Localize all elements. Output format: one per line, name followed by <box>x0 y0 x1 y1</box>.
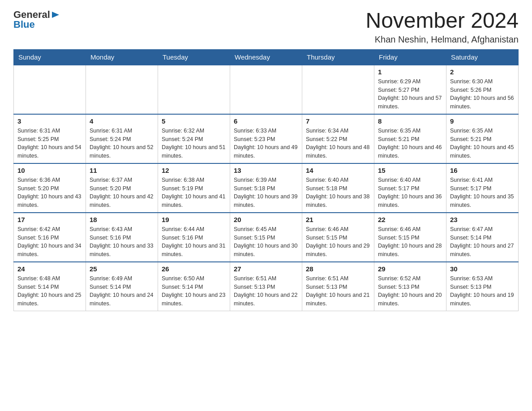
page-header: General Blue November 2024 Khan Neshin, … <box>13 9 519 45</box>
calendar-cell: 2Sunrise: 6:30 AMSunset: 5:26 PMDaylight… <box>446 65 519 114</box>
calendar-cell: 29Sunrise: 6:52 AMSunset: 5:13 PMDayligh… <box>374 262 446 311</box>
day-info: Sunrise: 6:38 AMSunset: 5:19 PMDaylight:… <box>162 176 226 210</box>
calendar-cell: 25Sunrise: 6:49 AMSunset: 5:14 PMDayligh… <box>86 262 158 311</box>
day-info: Sunrise: 6:50 AMSunset: 5:14 PMDaylight:… <box>162 274 226 308</box>
day-number: 11 <box>90 167 154 174</box>
day-info: Sunrise: 6:46 AMSunset: 5:15 PMDaylight:… <box>378 225 442 259</box>
main-title: November 2024 <box>365 9 519 33</box>
day-number: 6 <box>234 117 298 125</box>
weekday-header-monday: Monday <box>86 49 158 65</box>
day-number: 12 <box>162 167 226 174</box>
day-number: 4 <box>90 117 154 125</box>
day-number: 9 <box>450 117 515 125</box>
weekday-header-wednesday: Wednesday <box>230 49 302 65</box>
day-number: 14 <box>306 167 370 174</box>
calendar-cell: 23Sunrise: 6:47 AMSunset: 5:14 PMDayligh… <box>446 213 519 262</box>
calendar-cell <box>158 65 230 114</box>
day-info: Sunrise: 6:30 AMSunset: 5:26 PMDaylight:… <box>450 77 515 111</box>
calendar-cell: 18Sunrise: 6:43 AMSunset: 5:16 PMDayligh… <box>86 213 158 262</box>
weekday-header-tuesday: Tuesday <box>158 49 230 65</box>
calendar-cell <box>302 65 374 114</box>
calendar-week-row: 1Sunrise: 6:29 AMSunset: 5:27 PMDaylight… <box>14 65 519 114</box>
day-info: Sunrise: 6:33 AMSunset: 5:23 PMDaylight:… <box>234 127 298 160</box>
calendar-cell: 12Sunrise: 6:38 AMSunset: 5:19 PMDayligh… <box>158 163 230 213</box>
calendar-cell: 7Sunrise: 6:34 AMSunset: 5:22 PMDaylight… <box>302 114 374 163</box>
day-number: 25 <box>90 265 154 273</box>
calendar-cell: 27Sunrise: 6:51 AMSunset: 5:13 PMDayligh… <box>230 262 302 311</box>
day-info: Sunrise: 6:43 AMSunset: 5:16 PMDaylight:… <box>90 225 154 259</box>
calendar-week-row: 3Sunrise: 6:31 AMSunset: 5:25 PMDaylight… <box>14 114 519 163</box>
calendar-cell: 3Sunrise: 6:31 AMSunset: 5:25 PMDaylight… <box>14 114 86 163</box>
day-number: 28 <box>306 265 370 273</box>
calendar-cell <box>230 65 302 114</box>
calendar-cell: 16Sunrise: 6:41 AMSunset: 5:17 PMDayligh… <box>446 163 519 213</box>
day-info: Sunrise: 6:51 AMSunset: 5:13 PMDaylight:… <box>306 274 370 308</box>
day-number: 1 <box>378 68 442 76</box>
calendar-cell: 10Sunrise: 6:36 AMSunset: 5:20 PMDayligh… <box>14 163 86 213</box>
day-number: 10 <box>17 167 82 174</box>
calendar-cell: 19Sunrise: 6:44 AMSunset: 5:16 PMDayligh… <box>158 213 230 262</box>
calendar-cell <box>86 65 158 114</box>
calendar-cell: 5Sunrise: 6:32 AMSunset: 5:24 PMDaylight… <box>158 114 230 163</box>
calendar-cell: 21Sunrise: 6:46 AMSunset: 5:15 PMDayligh… <box>302 213 374 262</box>
calendar-cell: 1Sunrise: 6:29 AMSunset: 5:27 PMDaylight… <box>374 65 446 114</box>
day-number: 21 <box>306 216 370 223</box>
calendar-cell: 20Sunrise: 6:45 AMSunset: 5:15 PMDayligh… <box>230 213 302 262</box>
calendar-cell: 13Sunrise: 6:39 AMSunset: 5:18 PMDayligh… <box>230 163 302 213</box>
day-info: Sunrise: 6:31 AMSunset: 5:24 PMDaylight:… <box>90 127 154 160</box>
day-number: 23 <box>450 216 515 223</box>
weekday-header-thursday: Thursday <box>302 49 374 65</box>
calendar-header-row: SundayMondayTuesdayWednesdayThursdayFrid… <box>14 49 519 65</box>
day-info: Sunrise: 6:31 AMSunset: 5:25 PMDaylight:… <box>17 127 82 160</box>
day-number: 26 <box>162 265 226 273</box>
calendar-cell: 8Sunrise: 6:35 AMSunset: 5:21 PMDaylight… <box>374 114 446 163</box>
subtitle: Khan Neshin, Helmand, Afghanistan <box>365 34 519 45</box>
day-info: Sunrise: 6:35 AMSunset: 5:21 PMDaylight:… <box>378 127 442 160</box>
day-info: Sunrise: 6:40 AMSunset: 5:18 PMDaylight:… <box>306 176 370 210</box>
day-info: Sunrise: 6:47 AMSunset: 5:14 PMDaylight:… <box>450 225 515 259</box>
day-info: Sunrise: 6:44 AMSunset: 5:16 PMDaylight:… <box>162 225 226 259</box>
calendar-cell: 9Sunrise: 6:35 AMSunset: 5:21 PMDaylight… <box>446 114 519 163</box>
calendar-week-row: 24Sunrise: 6:48 AMSunset: 5:14 PMDayligh… <box>14 262 519 311</box>
day-number: 5 <box>162 117 226 125</box>
day-info: Sunrise: 6:52 AMSunset: 5:13 PMDaylight:… <box>378 274 442 308</box>
day-info: Sunrise: 6:46 AMSunset: 5:15 PMDaylight:… <box>306 225 370 259</box>
calendar-cell: 17Sunrise: 6:42 AMSunset: 5:16 PMDayligh… <box>14 213 86 262</box>
weekday-header-sunday: Sunday <box>14 49 86 65</box>
day-number: 8 <box>378 117 442 125</box>
calendar-cell: 6Sunrise: 6:33 AMSunset: 5:23 PMDaylight… <box>230 114 302 163</box>
logo-arrow-icon <box>51 10 60 19</box>
day-info: Sunrise: 6:40 AMSunset: 5:17 PMDaylight:… <box>378 176 442 210</box>
calendar-week-row: 17Sunrise: 6:42 AMSunset: 5:16 PMDayligh… <box>14 213 519 262</box>
day-info: Sunrise: 6:51 AMSunset: 5:13 PMDaylight:… <box>234 274 298 308</box>
calendar-cell: 24Sunrise: 6:48 AMSunset: 5:14 PMDayligh… <box>14 262 86 311</box>
weekday-header-friday: Friday <box>374 49 446 65</box>
day-info: Sunrise: 6:49 AMSunset: 5:14 PMDaylight:… <box>90 274 154 308</box>
day-info: Sunrise: 6:37 AMSunset: 5:20 PMDaylight:… <box>90 176 154 210</box>
logo: General Blue <box>13 9 60 30</box>
calendar-cell: 15Sunrise: 6:40 AMSunset: 5:17 PMDayligh… <box>374 163 446 213</box>
title-block: November 2024 Khan Neshin, Helmand, Afgh… <box>365 9 519 45</box>
day-info: Sunrise: 6:39 AMSunset: 5:18 PMDaylight:… <box>234 176 298 210</box>
day-number: 13 <box>234 167 298 174</box>
calendar-cell: 11Sunrise: 6:37 AMSunset: 5:20 PMDayligh… <box>86 163 158 213</box>
day-number: 17 <box>17 216 82 223</box>
svg-marker-0 <box>52 12 59 18</box>
calendar-table: SundayMondayTuesdayWednesdayThursdayFrid… <box>13 49 519 311</box>
day-info: Sunrise: 6:35 AMSunset: 5:21 PMDaylight:… <box>450 127 515 160</box>
day-info: Sunrise: 6:42 AMSunset: 5:16 PMDaylight:… <box>17 225 82 259</box>
day-number: 16 <box>450 167 515 174</box>
day-number: 19 <box>162 216 226 223</box>
day-info: Sunrise: 6:45 AMSunset: 5:15 PMDaylight:… <box>234 225 298 259</box>
day-info: Sunrise: 6:29 AMSunset: 5:27 PMDaylight:… <box>378 77 442 111</box>
day-number: 27 <box>234 265 298 273</box>
calendar-cell: 22Sunrise: 6:46 AMSunset: 5:15 PMDayligh… <box>374 213 446 262</box>
calendar-cell: 14Sunrise: 6:40 AMSunset: 5:18 PMDayligh… <box>302 163 374 213</box>
day-number: 7 <box>306 117 370 125</box>
calendar-cell: 30Sunrise: 6:53 AMSunset: 5:13 PMDayligh… <box>446 262 519 311</box>
day-info: Sunrise: 6:53 AMSunset: 5:13 PMDaylight:… <box>450 274 515 308</box>
day-number: 3 <box>17 117 82 125</box>
day-number: 18 <box>90 216 154 223</box>
day-number: 30 <box>450 265 515 273</box>
calendar-cell: 28Sunrise: 6:51 AMSunset: 5:13 PMDayligh… <box>302 262 374 311</box>
